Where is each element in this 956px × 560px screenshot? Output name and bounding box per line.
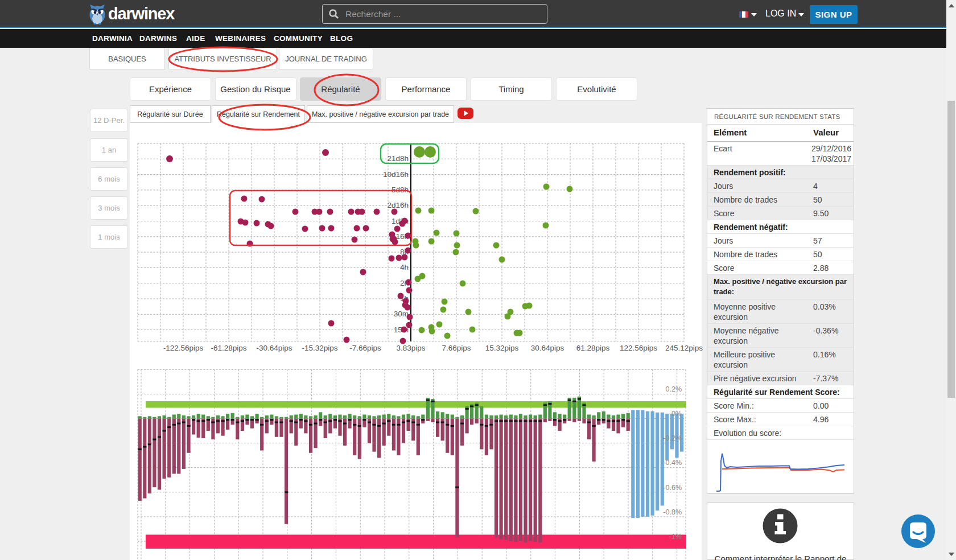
svg-text:21d8h: 21d8h — [387, 154, 409, 163]
svg-text:3.83pips: 3.83pips — [396, 344, 425, 352]
svg-text:4h: 4h — [400, 263, 409, 271]
svg-text:-0.6%: -0.6% — [663, 484, 682, 492]
svg-text:-122.56pips: -122.56pips — [163, 344, 204, 352]
svg-text:-61.28pips: -61.28pips — [211, 344, 246, 352]
svg-text:2d16h: 2d16h — [387, 201, 409, 209]
svg-text:0.2%: 0.2% — [666, 385, 682, 393]
svg-text:30m: 30m — [394, 310, 409, 318]
svg-text:-7.66pips: -7.66pips — [349, 344, 381, 352]
svg-text:-0.8%: -0.8% — [663, 508, 682, 516]
svg-text:5d8h: 5d8h — [392, 186, 409, 194]
svg-text:122.56pips: 122.56pips — [620, 344, 657, 352]
svg-text:-30.64pips: -30.64pips — [256, 344, 292, 352]
svg-text:61.28pips: 61.28pips — [576, 344, 610, 352]
svg-text:-0.2%: -0.2% — [663, 434, 682, 442]
svg-text:0%: 0% — [671, 410, 682, 418]
svg-text:30.64pips: 30.64pips — [531, 344, 564, 352]
svg-text:-1%: -1% — [669, 533, 682, 541]
svg-text:10d16h: 10d16h — [383, 170, 409, 179]
svg-text:-15.32pips: -15.32pips — [302, 344, 337, 352]
svg-text:245.12pips: 245.12pips — [665, 344, 703, 352]
svg-text:-0.4%: -0.4% — [663, 459, 682, 467]
svg-text:7.66pips: 7.66pips — [442, 344, 471, 352]
svg-text:15.32pips: 15.32pips — [485, 344, 519, 352]
